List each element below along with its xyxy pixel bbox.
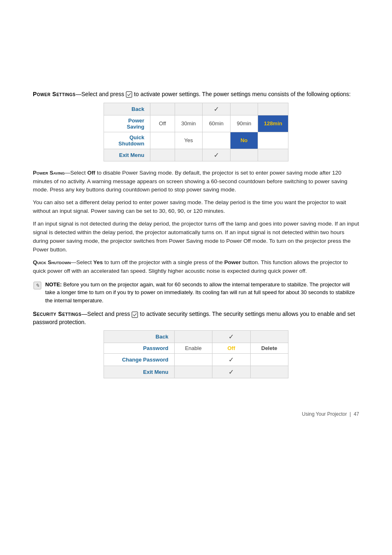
- qs-desc-title: Quick Shutdown: [33, 259, 71, 265]
- opt-30min: 30min: [175, 115, 203, 132]
- col-empty-4: [258, 103, 288, 115]
- table-row-quick-shutdown: Quick Shutdown Yes No: [104, 132, 288, 149]
- security-settings-heading: Security Settings—Select and press to ac…: [33, 310, 359, 326]
- exit-menu-label-sec: Exit Menu: [104, 366, 175, 378]
- power-saving-description3: If an input signal is not detected durin…: [33, 220, 359, 254]
- footer-page: 47: [354, 411, 359, 417]
- opt-enable: Enable: [174, 343, 212, 354]
- power-settings-heading: Power Settings—Select and press to activ…: [33, 90, 359, 99]
- back-label: Back: [104, 103, 150, 115]
- svg-text:✎: ✎: [35, 283, 39, 288]
- opt-off: Off: [150, 115, 175, 132]
- em-empty-3: [230, 149, 258, 161]
- password-label: Password: [104, 343, 175, 354]
- ps-desc-content: —Select Off to disable Power Saving mode…: [33, 170, 347, 193]
- page-footer: Using Your Projector | 47: [33, 411, 359, 417]
- cp-checkmark: ✓: [212, 354, 250, 366]
- sec-back-empty2: [250, 331, 288, 343]
- qs-no: No: [230, 132, 258, 149]
- note-text: NOTE: Before you turn on the projector a…: [45, 281, 359, 305]
- table-row-change-password: Change Password ✓: [104, 354, 288, 366]
- col-empty-3: [230, 103, 258, 115]
- exit-checkmark-power: ✓: [203, 149, 231, 161]
- change-password-label: Change Password: [104, 354, 175, 366]
- back-checkmark: ✓: [203, 103, 231, 115]
- power-settings-heading-suffix: —Select and press to activate power sett…: [76, 91, 350, 97]
- security-settings-title: Security Settings: [33, 311, 81, 317]
- power-saving-label: Power Saving: [104, 115, 150, 132]
- opt-90min: 90min: [230, 115, 258, 132]
- power-saving-description: Power Saving—Select Off to disable Power…: [33, 169, 359, 195]
- footer-separator: |: [348, 411, 354, 417]
- exit-menu-label-power: Exit Menu: [104, 149, 150, 161]
- power-settings-title: Power Settings: [33, 91, 76, 97]
- opt-60min: 60min: [203, 115, 231, 132]
- em-empty-1: [150, 149, 175, 161]
- col-empty-1: [150, 103, 175, 115]
- col-empty-2: [175, 103, 203, 115]
- svg-rect-0: [126, 92, 132, 97]
- page-content: Power Settings—Select and press to activ…: [33, 16, 359, 417]
- note-label: NOTE:: [45, 281, 62, 288]
- table-row-back-security: Back ✓: [104, 331, 288, 343]
- table-row-password: Password Enable Off Delete: [104, 343, 288, 354]
- opt-delete: Delete: [250, 343, 288, 354]
- qs-empty-3: [258, 132, 288, 149]
- table-row-exit-security: Exit Menu ✓: [104, 366, 288, 378]
- quick-shutdown-description: Quick Shutdown—Select Yes to turn off th…: [33, 258, 359, 276]
- power-saving-description2: You can also set a different delay perio…: [33, 198, 359, 216]
- em-empty-2: [175, 149, 203, 161]
- sec-exit-empty2: [250, 366, 288, 378]
- ps-desc-title: Power Saving: [33, 170, 65, 176]
- opt-off-sec: Off: [212, 343, 250, 354]
- qs-desc-content: —Select Yes to turn off the projector wi…: [33, 259, 348, 274]
- table-row-power-saving: Power Saving Off 30min 60min 90min 128mi…: [104, 115, 288, 132]
- note-content: Before you turn on the projector again, …: [45, 281, 355, 304]
- qs-yes: Yes: [175, 132, 203, 149]
- svg-rect-3: [132, 312, 138, 318]
- table-row-back-power: Back ✓: [104, 103, 288, 115]
- sec-back-empty: [174, 331, 212, 343]
- cp-empty2: [250, 354, 288, 366]
- sec-back-label: Back: [104, 331, 175, 343]
- qs-empty-2: [203, 132, 231, 149]
- security-settings-heading-rest: —Select and press to activate security s…: [33, 311, 355, 325]
- qs-empty-1: [150, 132, 175, 149]
- note-box: ✎ NOTE: Before you turn on the projector…: [33, 281, 359, 305]
- opt-128min: 128min: [258, 115, 288, 132]
- table-row-exit-power: Exit Menu ✓: [104, 149, 288, 161]
- em-empty-4: [258, 149, 288, 161]
- sec-exit-empty: [174, 366, 212, 378]
- power-settings-table: Back ✓ Power Saving Off 30min 60min 90mi…: [104, 103, 288, 161]
- footer-text: Using Your Projector: [302, 411, 347, 417]
- sec-exit-checkmark: ✓: [212, 366, 250, 378]
- quick-shutdown-label: Quick Shutdown: [104, 132, 150, 149]
- sec-back-checkmark: ✓: [212, 331, 250, 343]
- cp-empty: [174, 354, 212, 366]
- note-icon: ✎: [33, 281, 42, 290]
- security-settings-table: Back ✓ Password Enable Off Delete Change…: [104, 330, 288, 378]
